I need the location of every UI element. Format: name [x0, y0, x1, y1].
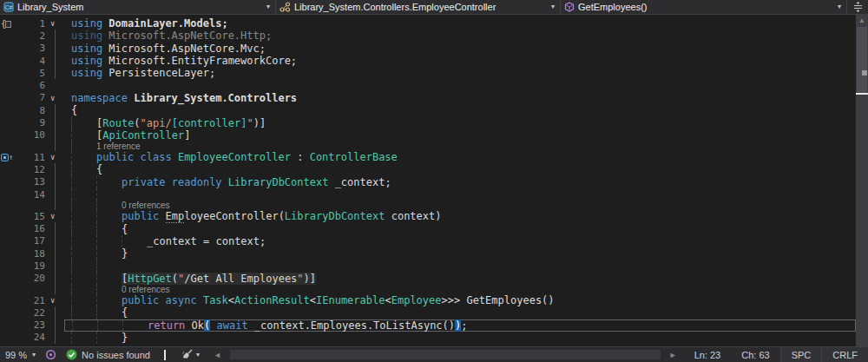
code-content[interactable]: using Microsoft.AspNetCore.Mvc; — [64, 43, 856, 55]
code-content[interactable]: using PersistenceLayer; — [64, 67, 856, 79]
line-number[interactable]: 6 — [17, 80, 47, 91]
code-content[interactable]: using Microsoft.EntityFrameworkCore; — [64, 55, 856, 67]
code-line[interactable]: {1∨using DomainLayer.Models; — [0, 17, 856, 30]
glyph-margin[interactable]: ↑ — [0, 153, 17, 161]
code-content[interactable] — [64, 188, 856, 201]
chevron-down-icon[interactable]: ∨ — [50, 212, 55, 220]
line-indicator[interactable]: Ln: 23 — [684, 350, 732, 360]
line-number[interactable]: 3 — [17, 43, 47, 54]
line-number[interactable]: 8 — [17, 105, 47, 116]
code-content[interactable]: } — [64, 247, 856, 260]
code-line[interactable]: 13private readonly LibraryDbContext _con… — [0, 176, 856, 188]
line-number[interactable]: 18 — [17, 248, 47, 260]
line-number[interactable]: 21 — [17, 295, 47, 306]
code-content[interactable]: namespace Library_System.Controllers — [64, 92, 856, 104]
code-content[interactable]: { — [64, 104, 856, 116]
code-content[interactable]: 0 references — [64, 285, 856, 294]
scroll-left-arrow-icon[interactable]: ◄ — [207, 351, 228, 359]
vertical-scrollbar-thumb[interactable] — [857, 27, 867, 93]
code-line[interactable]: 17_context = context; — [0, 235, 856, 247]
line-number[interactable]: 16 — [17, 223, 47, 234]
code-editor[interactable]: {1∨using DomainLayer.Models;2using Micro… — [0, 15, 868, 346]
line-number[interactable]: 12 — [17, 164, 47, 175]
code-content[interactable] — [64, 260, 856, 272]
code-content[interactable]: [HttpGet("/Get All Employees")] — [64, 273, 856, 285]
code-line[interactable]: 16{ — [0, 222, 856, 234]
line-number[interactable]: 23 — [17, 319, 47, 331]
code-line[interactable]: 18} — [0, 247, 856, 260]
line-number[interactable]: 7 — [17, 92, 47, 103]
char-indicator[interactable]: Ch: 63 — [731, 350, 779, 360]
codelens-row[interactable]: 1 reference — [0, 142, 856, 151]
code-content[interactable]: { — [64, 306, 856, 319]
outline-collapse-chevron[interactable]: ∨ — [47, 210, 64, 222]
line-number[interactable]: 13 — [17, 176, 47, 188]
code-line[interactable]: 12{ — [0, 163, 856, 175]
document-health-indicator[interactable] — [41, 349, 61, 360]
codelens-row[interactable]: 0 references — [0, 201, 856, 210]
code-line[interactable]: 21∨public async Task<ActionResult<IEnume… — [0, 294, 856, 306]
code-content[interactable]: 0 references — [64, 201, 856, 210]
zoom-level[interactable]: 99 % — [0, 350, 30, 360]
code-line[interactable]: 20[HttpGet("/Get All Employees")] — [0, 273, 856, 285]
code-line[interactable]: 22{ — [0, 306, 856, 319]
chevron-down-icon[interactable]: ∨ — [50, 94, 55, 102]
code-line[interactable]: 19 — [0, 260, 856, 272]
code-cleanup-button[interactable]: ▾ — [174, 349, 207, 360]
code-line[interactable]: 4using Microsoft.EntityFrameworkCore; — [0, 55, 856, 67]
line-number[interactable]: 5 — [17, 68, 47, 79]
horizontal-scrollbar-thumb[interactable] — [230, 350, 661, 359]
code-line[interactable]: 6 — [0, 79, 856, 91]
chevron-down-icon[interactable]: ∨ — [50, 296, 55, 305]
code-content[interactable]: using DomainLayer.Models; — [64, 17, 856, 30]
code-content[interactable]: using Microsoft.AspNetCore.Http; — [64, 30, 856, 42]
zoom-chevron-down-icon[interactable]: ▾ — [30, 352, 41, 359]
code-line[interactable]: 23return Ok( await _context.Employees.To… — [0, 319, 856, 332]
line-number[interactable]: 17 — [17, 235, 47, 247]
line-number[interactable]: 10 — [17, 129, 47, 141]
code-line[interactable]: 3using Microsoft.AspNetCore.Mvc; — [0, 43, 856, 55]
line-number[interactable]: 19 — [17, 260, 47, 272]
code-content[interactable]: [Route("api/[controller]")] — [64, 116, 856, 128]
vertical-scrollbar[interactable]: ▲ — [856, 15, 868, 346]
line-number[interactable]: 11 — [17, 152, 47, 163]
line-number[interactable]: 2 — [17, 30, 47, 42]
code-content[interactable]: public async Task<ActionResult<IEnumerab… — [64, 294, 856, 306]
line-ending-indicator[interactable]: CRLF — [821, 347, 868, 362]
outline-collapse-chevron[interactable]: ∨ — [47, 17, 64, 30]
glyph-margin[interactable]: { — [0, 19, 17, 29]
spaces-indicator[interactable]: SPC — [780, 347, 822, 362]
code-line[interactable]: 10[ApiController] — [0, 129, 856, 142]
cleanup-chevron-down-icon[interactable]: ▾ — [196, 352, 200, 359]
code-content[interactable]: _context = context; — [64, 235, 856, 247]
code-content[interactable]: 1 reference — [64, 142, 856, 151]
line-number[interactable]: 15 — [17, 211, 47, 222]
code-line[interactable]: 5using PersistenceLayer; — [0, 67, 856, 79]
line-number[interactable]: 20 — [17, 273, 47, 284]
code-content[interactable]: } — [64, 332, 856, 344]
codelens-row[interactable]: 0 references — [0, 285, 856, 294]
code-line[interactable]: 8{ — [0, 104, 856, 116]
scroll-up-arrow-icon[interactable]: ▲ — [856, 16, 868, 26]
line-number[interactable]: 24 — [17, 332, 47, 343]
issues-status[interactable]: No issues found — [61, 349, 155, 360]
scroll-right-arrow-icon[interactable]: ► — [662, 351, 684, 359]
type-dropdown[interactable]: Library_System.Controllers.EmployeeContr… — [276, 0, 561, 14]
code-line[interactable]: 15∨public EmployeeController(LibraryDbCo… — [0, 210, 856, 222]
outline-collapse-chevron[interactable]: ∨ — [47, 294, 64, 306]
code-content[interactable]: return Ok( await _context.Employees.ToLi… — [64, 319, 856, 332]
line-number[interactable]: 14 — [17, 189, 47, 201]
code-line[interactable]: 2using Microsoft.AspNetCore.Http; — [0, 30, 856, 42]
line-number[interactable]: 22 — [17, 307, 47, 319]
code-content[interactable] — [64, 79, 856, 91]
chevron-down-icon[interactable]: ∨ — [50, 19, 55, 28]
member-dropdown[interactable]: GetEmployees() ▾ — [561, 0, 847, 14]
line-number[interactable]: 1 — [17, 18, 47, 30]
code-content[interactable]: public EmployeeController(LibraryDbConte… — [64, 210, 856, 222]
code-content[interactable]: { — [64, 163, 856, 175]
horizontal-scrollbar[interactable] — [228, 347, 662, 362]
line-number[interactable]: 4 — [17, 56, 47, 67]
chevron-down-icon[interactable]: ∨ — [50, 153, 55, 161]
code-line[interactable]: 14 — [0, 188, 856, 201]
line-number[interactable]: 9 — [17, 117, 47, 128]
